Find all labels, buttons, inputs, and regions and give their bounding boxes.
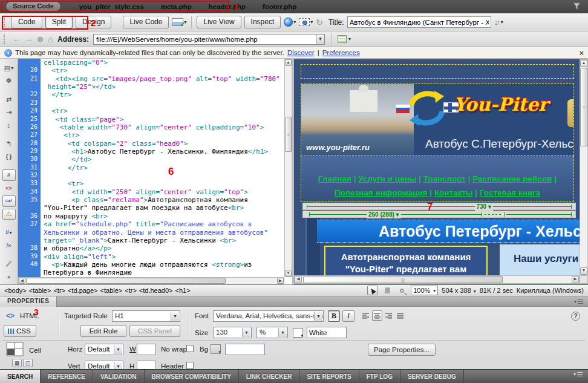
code-navigator-icon[interactable]: ☸ (2, 75, 16, 86)
help-icon[interactable]: ? (571, 312, 580, 321)
code-horizontal-scrollbar[interactable]: ◀ ▶ (18, 277, 284, 284)
scroll-left-icon[interactable]: ◀ (295, 276, 302, 283)
code-line[interactable]: </tr> (44, 164, 284, 172)
scrollbar-thumb[interactable]: ≡ (580, 68, 587, 146)
results-tab[interactable]: BROWSER COMPATIBILITY (145, 370, 239, 383)
inspect-button[interactable]: Inspect (244, 16, 281, 28)
align-justify-icon[interactable] (395, 310, 405, 321)
align-left-icon[interactable] (361, 310, 371, 321)
bg-color-swatch[interactable] (211, 344, 221, 354)
collapse-full-tag-icon[interactable]: ⇄ (2, 94, 16, 105)
select-parent-tag-icon[interactable]: ↰ (2, 138, 16, 149)
html-mode-icon[interactable]: <> (6, 312, 15, 320)
nav-link[interactable]: Транспорт (423, 174, 466, 183)
scroll-down-icon[interactable]: ▼ (285, 270, 292, 277)
column-width-label[interactable]: 250 (288) ▾ (367, 211, 401, 218)
code-line[interactable]: по маршруту <br> (44, 212, 284, 220)
scroll-right-icon[interactable]: ▶ (572, 276, 579, 283)
scroll-left-icon[interactable]: ◀ (19, 278, 25, 284)
code-lines[interactable]: cellspacing="0"> <tr> <td><img src="imag… (41, 59, 284, 277)
results-tab[interactable]: REFERENCE (41, 370, 93, 383)
tag-selector-item[interactable]: <table> (100, 287, 123, 294)
format-source-code-icon[interactable] (2, 258, 16, 269)
nav-link[interactable]: Полезная информация (335, 188, 428, 197)
scrollbar-thumb[interactable] (26, 278, 226, 284)
panel-menu-icon[interactable]: ▾ (574, 299, 583, 304)
css-panel-button[interactable]: CSS Panel (129, 325, 180, 337)
code-line[interactable]: "You-Piter" предлагает вам поездки на ав… (44, 204, 284, 212)
results-tab[interactable]: SEARCH (0, 370, 41, 383)
live-view-button[interactable]: Live View (197, 16, 241, 28)
code-line[interactable]: <td><img src="images/page_top.png" alt="… (44, 75, 284, 83)
magnification-select[interactable]: 100%▾ (411, 286, 438, 295)
properties-tab[interactable]: PROPERTIES (0, 296, 57, 307)
scrollbar-thumb[interactable]: ||| (303, 276, 503, 283)
file-management-button[interactable]: ↓ ↑ ▾ (494, 18, 503, 27)
code-line[interactable]: <table width="730" align="center" cellpa… (44, 123, 284, 131)
code-vertical-scrollbar[interactable]: ▲ ≡ ▼ (284, 59, 292, 277)
related-file-tab[interactable]: footer.php (263, 3, 296, 10)
close-info-bar-icon[interactable]: × (579, 48, 584, 57)
design-outer-table-border[interactable] (301, 64, 574, 79)
expand-all-icon[interactable]: ↕ (2, 120, 16, 131)
header-checkbox[interactable] (186, 362, 194, 369)
code-line[interactable] (44, 99, 284, 107)
refresh-design-view-button[interactable]: ↻ (316, 18, 323, 27)
code-line[interactable]: <div align="left"> (44, 253, 284, 261)
css-mode-button[interactable]: CSS (4, 325, 36, 337)
code-line[interactable]: </tr> (44, 91, 284, 99)
address-dropdown-icon[interactable]: ▼ (316, 34, 325, 45)
address-input[interactable] (93, 34, 316, 45)
design-horizontal-scrollbar[interactable]: ◀ ||| ▶ (294, 275, 580, 284)
window-size-select[interactable]: 504 x 388 ▾ (442, 287, 475, 294)
merge-cells-icon[interactable]: ▦ (12, 359, 22, 367)
edit-rule-button[interactable]: Edit Rule (80, 325, 126, 337)
preview-in-browser-button[interactable]: ▾ (284, 18, 296, 27)
outer-table-width-label[interactable]: 730 ▾ (475, 203, 494, 211)
code-line[interactable]: Петербурга в Финляндию (44, 269, 284, 277)
balance-braces-icon[interactable]: { } (2, 151, 16, 162)
cell-width-input[interactable] (137, 344, 156, 355)
code-line[interactable]: и обратно</a></p> (44, 244, 284, 252)
toolbar-grip[interactable] (4, 34, 7, 44)
nav-link[interactable]: Гостевая книга (480, 188, 540, 197)
code-line[interactable]: <a href="schedule.php" title="Расписание… (44, 220, 284, 228)
collapse-selection-icon[interactable]: ⇥ (2, 106, 16, 117)
live-code-button[interactable]: Live Code (123, 16, 169, 28)
stop-icon[interactable]: ⊗ (37, 34, 44, 44)
preferences-link[interactable]: Preferences (322, 49, 360, 56)
no-wrap-checkbox[interactable] (186, 345, 194, 352)
code-line[interactable]: <td width="250" align="center" valign="t… (44, 188, 284, 196)
open-documents-icon[interactable]: ▤▾ (2, 62, 16, 73)
hand-tool-icon[interactable] (382, 286, 393, 295)
split-cell-icon[interactable]: ◫ (23, 359, 33, 367)
tag-selector-item[interactable]: <td.head0> (139, 287, 173, 294)
syntax-error-alerts-icon[interactable]: ⚠ (2, 209, 16, 220)
code-line[interactable]: cellspacing="0"> (44, 59, 284, 67)
discover-link[interactable]: Discover (287, 49, 315, 56)
scroll-right-icon[interactable]: ▶ (277, 278, 284, 284)
page-heading-band[interactable]: Автобус Петербург - Хельсинк (317, 220, 588, 243)
bg-color-input[interactable] (225, 344, 265, 355)
column-width-bar[interactable]: 250 (288) ▾ (302, 211, 576, 218)
code-line[interactable]: </td> (44, 155, 284, 163)
related-files-options-button[interactable]: ▾ (338, 35, 351, 43)
tag-selector-item[interactable]: <h1> (175, 287, 191, 294)
results-tab[interactable]: LINK CHECKER (239, 370, 300, 383)
page-properties-button[interactable]: Page Properties... (368, 344, 436, 356)
scrollbar-thumb[interactable]: ≡ (285, 117, 292, 152)
forward-icon[interactable]: → (25, 34, 33, 44)
design-vertical-scrollbar[interactable]: ▲ ≡ ▼ (580, 59, 588, 275)
services-box[interactable]: Наши услуги (500, 244, 580, 275)
scroll-up-icon[interactable]: ▲ (580, 60, 587, 67)
align-center-icon[interactable] (372, 310, 382, 321)
tag-selector-item[interactable]: <tr> (53, 287, 65, 294)
bold-button[interactable]: B (328, 310, 340, 322)
outer-table-width-bar[interactable]: 730 ▾ (302, 203, 576, 210)
filter-related-files-icon[interactable] (573, 2, 581, 10)
code-line[interactable]: <td class="page"> (44, 116, 284, 123)
design-view[interactable]: www.you-piter.ru You-Piter Автобус С.Пет… (294, 59, 588, 284)
italic-button[interactable]: I (342, 310, 354, 322)
panel-menu-icon[interactable]: ▾ (573, 372, 588, 377)
check-browser-compatibility-button[interactable]: ▾ (172, 18, 186, 26)
